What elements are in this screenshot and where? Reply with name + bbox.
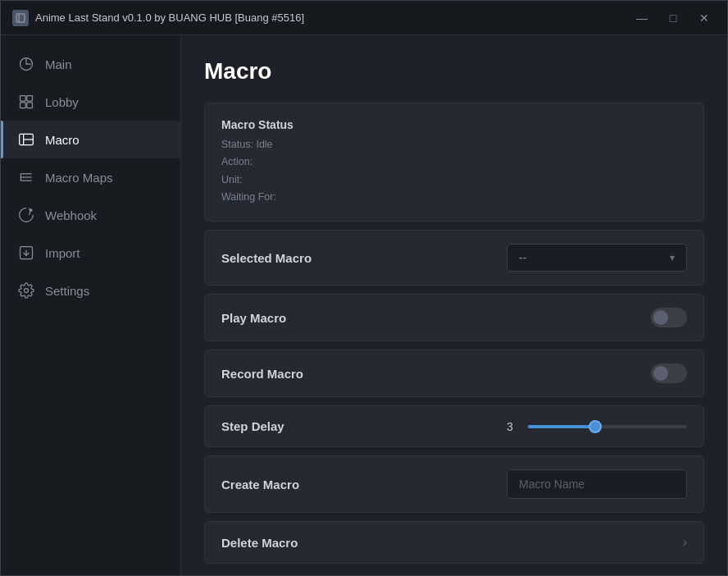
sidebar-label-macro: Macro [45, 133, 80, 147]
macro-maps-icon [17, 168, 35, 186]
sidebar-item-import[interactable]: Import [1, 234, 180, 272]
close-button[interactable]: ✕ [693, 7, 716, 30]
svg-rect-6 [27, 103, 33, 108]
record-macro-row: Record Macro [204, 350, 704, 397]
settings-icon [17, 281, 35, 299]
svg-rect-0 [16, 14, 25, 22]
svg-rect-3 [20, 96, 26, 102]
minimize-button[interactable]: — [630, 7, 653, 30]
svg-point-14 [30, 209, 32, 212]
macro-status-heading: Macro Status [221, 118, 687, 131]
selected-macro-value: -- [519, 251, 526, 264]
sidebar-item-main[interactable]: Main [1, 45, 180, 83]
sidebar-item-settings[interactable]: Settings [1, 272, 180, 309]
main-icon [17, 55, 35, 73]
step-delay-slider-container: 3 [507, 420, 687, 433]
sidebar-label-macro-maps: Macro Maps [45, 171, 113, 185]
lobby-icon [17, 93, 35, 111]
play-macro-row: Play Macro [204, 294, 704, 341]
play-macro-toggle[interactable] [651, 308, 687, 327]
window-title: Anime Last Stand v0.1.0 by BUANG HUB [Bu… [35, 11, 304, 24]
window: Anime Last Stand v0.1.0 by BUANG HUB [Bu… [0, 0, 728, 576]
record-macro-label: Record Macro [221, 367, 303, 381]
create-macro-input[interactable] [507, 469, 687, 499]
step-delay-label: Step Delay [221, 419, 284, 433]
macro-status-waiting: Waiting For: [221, 189, 687, 206]
selected-macro-label: Selected Macro [221, 251, 312, 265]
sidebar-item-webhook[interactable]: Webhook [1, 196, 180, 234]
macro-status-card: Macro Status Status: Idle Action: Unit: … [204, 103, 704, 222]
svg-rect-4 [27, 96, 33, 102]
app-icon [12, 10, 29, 26]
macro-icon [17, 130, 35, 149]
create-macro-row: Create Macro [204, 455, 704, 513]
sidebar-item-macro[interactable]: Macro [1, 121, 180, 158]
svg-rect-5 [20, 103, 26, 108]
sidebar-label-settings: Settings [45, 284, 89, 298]
step-delay-row: Step Delay 3 [204, 405, 704, 447]
sidebar-label-import: Import [45, 246, 80, 260]
macro-status-action: Action: [221, 153, 687, 171]
play-macro-label: Play Macro [221, 311, 286, 325]
delete-macro-label: Delete Macro [221, 536, 298, 550]
macro-status-unit: Unit: [221, 171, 687, 189]
sidebar: Main Lobby Macro Macro [1, 35, 181, 575]
page-title: Macro [204, 58, 704, 85]
chevron-right-icon: › [683, 535, 687, 550]
maximize-button[interactable]: □ [662, 7, 685, 30]
webhook-icon [17, 206, 35, 224]
title-bar-left: Anime Last Stand v0.1.0 by BUANG HUB [Bu… [12, 10, 304, 26]
sidebar-label-main: Main [45, 57, 72, 71]
import-icon [17, 244, 35, 262]
step-delay-track [528, 425, 687, 428]
step-delay-value: 3 [507, 420, 520, 433]
sidebar-item-lobby[interactable]: Lobby [1, 83, 180, 121]
sidebar-item-macro-maps[interactable]: Macro Maps [1, 158, 180, 196]
step-delay-thumb[interactable] [589, 420, 602, 433]
step-delay-fill [528, 425, 592, 428]
selected-macro-dropdown[interactable]: -- ▾ [507, 244, 687, 272]
macro-status-status: Status: Idle [221, 136, 687, 153]
main-content: Macro Macro Status Status: Idle Action: … [181, 35, 727, 575]
app-body: Main Lobby Macro Macro [1, 35, 727, 575]
sidebar-label-lobby: Lobby [45, 95, 79, 109]
record-macro-toggle[interactable] [651, 363, 687, 383]
selected-macro-row: Selected Macro -- ▾ [204, 230, 704, 286]
title-bar: Anime Last Stand v0.1.0 by BUANG HUB [Bu… [1, 1, 727, 35]
sidebar-label-webhook: Webhook [45, 208, 97, 222]
svg-point-16 [25, 289, 29, 293]
delete-macro-row[interactable]: Delete Macro › [204, 521, 704, 564]
chevron-down-icon: ▾ [670, 252, 675, 263]
create-macro-label: Create Macro [221, 478, 299, 491]
title-controls: — □ ✕ [630, 7, 716, 30]
